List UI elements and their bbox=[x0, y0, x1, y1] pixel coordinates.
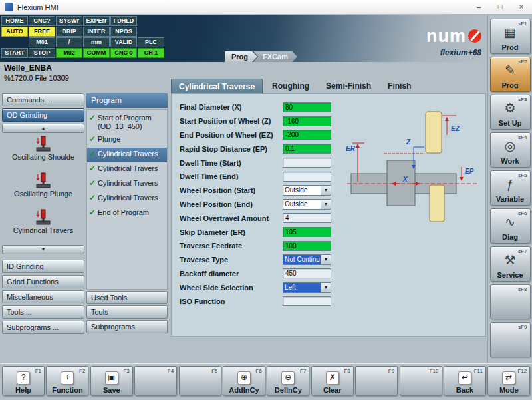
end-position-of-wheel-ez-input[interactable]: -200 bbox=[283, 130, 331, 140]
sidebar-item-grind-functions[interactable]: Grind Functions bbox=[2, 275, 84, 288]
softkey-service[interactable]: sF7⚒Service bbox=[490, 246, 531, 282]
status-stop: STOP bbox=[29, 48, 55, 58]
cycle-type-oscillating-plunge[interactable]: Oscillating Plunge bbox=[2, 172, 84, 206]
softkey-set-up[interactable]: sF3⚙Set Up bbox=[490, 95, 531, 130]
close-button[interactable]: × bbox=[511, 0, 532, 14]
form-row-traverse-type: Traverse TypeNot Continu▼ bbox=[180, 253, 331, 267]
minimize-button[interactable]: – bbox=[468, 0, 489, 14]
program-step[interactable]: ✓Cylindrical Travers bbox=[87, 177, 167, 192]
traverse-type-select[interactable]: Not Continu▼ bbox=[283, 254, 331, 265]
program-step-label: Cylindrical Travers bbox=[98, 194, 166, 202]
traverse-feedrate-input[interactable]: 100 bbox=[283, 241, 331, 251]
workpiece-flange bbox=[387, 160, 415, 206]
form-row-iso-function: ISO Function bbox=[180, 294, 331, 308]
backoff-diameter-input[interactable]: 450 bbox=[283, 268, 331, 278]
fkey-mode[interactable]: F12⇄Mode bbox=[487, 366, 530, 396]
dropdown-arrow-icon[interactable]: ▼ bbox=[321, 283, 331, 292]
softkey-prog[interactable]: sF2✎Prog bbox=[490, 57, 531, 92]
dropdown-arrow-icon[interactable]: ▼ bbox=[321, 255, 331, 264]
fkey-addincy[interactable]: F6⊕AddInCy bbox=[223, 366, 265, 396]
fkey-f10[interactable]: F10 bbox=[400, 366, 442, 396]
dwell-time-start-input[interactable] bbox=[283, 158, 331, 168]
softkey-label: Prod bbox=[491, 43, 530, 51]
breadcrumb: Prog FXCam bbox=[225, 51, 297, 62]
sidebar-item-id-grinding[interactable]: ID Grinding bbox=[2, 260, 84, 273]
diagnostics-wave-icon: ∿ bbox=[491, 214, 530, 230]
softkey-diag[interactable]: sF6∿Diag bbox=[490, 208, 531, 244]
softkey-work[interactable]: sF4◎Work bbox=[490, 132, 531, 168]
sidebar-item-subprograms[interactable]: Subprograms bbox=[86, 320, 168, 333]
left-sidebar: Commands ...OD Grinding▲Oscillating Shou… bbox=[2, 93, 84, 334]
grinding-cycle-icon bbox=[2, 136, 84, 153]
softkey-number: sF9 bbox=[518, 324, 527, 330]
program-step[interactable]: ✓Cylindrical Travers bbox=[87, 192, 167, 206]
program-step[interactable]: ✓Start of Program(OD_13_450) bbox=[87, 112, 167, 133]
program-step[interactable]: ✓End of Program bbox=[87, 206, 167, 221]
breadcrumb-prog[interactable]: Prog bbox=[225, 51, 257, 62]
production-icon: ▦ bbox=[491, 25, 530, 40]
program-step-label: Start of Program(OD_13_450) bbox=[98, 114, 166, 131]
sidebar-item-tools[interactable]: Tools ... bbox=[2, 305, 84, 319]
fkey-help[interactable]: F1?Help bbox=[2, 366, 45, 396]
fkey-number: F6 bbox=[256, 368, 262, 374]
sidebar-item-od-grinding[interactable]: OD Grinding bbox=[2, 108, 84, 122]
fkey-number: F11 bbox=[474, 368, 483, 374]
tab-semi-finish[interactable]: Semi-Finish bbox=[319, 79, 378, 93]
softkey-sf9[interactable]: sF9 bbox=[490, 322, 531, 357]
program-step[interactable]: ✓Plunge bbox=[87, 133, 167, 148]
status-mm: mm bbox=[83, 37, 110, 47]
sidebar-item-miscellaneous[interactable]: Miscellaneous bbox=[2, 290, 84, 303]
status-valid: VALID bbox=[110, 37, 137, 47]
start-position-of-wheel-z-input[interactable]: -160 bbox=[283, 116, 331, 126]
wheel-position-start-select[interactable]: Outside▼ bbox=[283, 185, 331, 196]
tab-roughing[interactable]: Roughing bbox=[265, 79, 317, 93]
sidebar-item-used-tools[interactable]: Used Tools bbox=[86, 291, 168, 304]
sidebar-item-commands[interactable]: Commands ... bbox=[2, 93, 84, 106]
dropdown-arrow-icon[interactable]: ▼ bbox=[321, 200, 331, 209]
step-title: Cylindrical Travers bbox=[98, 164, 166, 173]
fkey-function[interactable]: F2+Function bbox=[46, 366, 88, 396]
program-step[interactable]: ✓Cylindrical Travers bbox=[87, 162, 167, 177]
fkey-f9[interactable]: F9 bbox=[355, 366, 398, 396]
dwell-time-end-input[interactable] bbox=[283, 172, 331, 182]
sidebar-item-subprograms[interactable]: Subprograms ... bbox=[2, 321, 84, 334]
maximize-button[interactable]: □ bbox=[489, 0, 511, 14]
fkey-back[interactable]: F11↩Back bbox=[444, 366, 486, 396]
softkey-sf8[interactable]: sF8 bbox=[490, 284, 531, 319]
cycle-type-oscillating-shoulde[interactable]: Oscillating Shoulde bbox=[2, 135, 84, 170]
grinding-wheel-top bbox=[426, 112, 442, 153]
softkey-prod[interactable]: sF1▦Prod bbox=[490, 19, 531, 54]
diagram-label-ep: EP bbox=[465, 168, 474, 175]
scroll-up-button[interactable]: ▲ bbox=[2, 124, 84, 133]
form-row-wheel-position-end: Wheel Position (End)Outside▼ bbox=[180, 198, 331, 212]
select-value: Outside bbox=[283, 200, 321, 209]
fkey-f5[interactable]: F5 bbox=[179, 366, 221, 396]
wheel-side-selection-select[interactable]: Left▼ bbox=[283, 282, 331, 293]
fkey-f4[interactable]: F4 bbox=[134, 366, 177, 396]
fkey-number: F12 bbox=[518, 368, 527, 374]
wheel-overtravel-amount-input[interactable]: 4 bbox=[283, 213, 331, 223]
cycle-type-cylindrical-travers[interactable]: Cylindrical Travers bbox=[2, 208, 84, 243]
tab-finish[interactable]: Finish bbox=[380, 79, 418, 93]
softkey-variable[interactable]: sF5ƒVariable bbox=[490, 170, 531, 206]
dropdown-arrow-icon[interactable]: ▼ bbox=[321, 186, 331, 195]
final-diameter-x-input[interactable]: 80 bbox=[283, 102, 331, 112]
program-step[interactable]: ✓Cylindrical Travers bbox=[87, 148, 167, 162]
iso-function-input[interactable] bbox=[283, 296, 331, 306]
form-row-start-position-of-wheel-z: Start Position of Wheel (Z)-160 bbox=[180, 114, 331, 128]
cycle-type-label: Oscillating Shoulde bbox=[2, 153, 84, 161]
check-icon: ✓ bbox=[89, 135, 96, 143]
scroll-down-button[interactable]: ▼ bbox=[2, 245, 84, 254]
fkey-delincy[interactable]: F7⊖DelInCy bbox=[267, 366, 309, 396]
diagram-label-x: X bbox=[402, 176, 408, 183]
fkey-save[interactable]: F3▣Save bbox=[90, 366, 133, 396]
wheel-position-end-select[interactable]: Outside▼ bbox=[283, 199, 331, 210]
breadcrumb-fxcam[interactable]: FXCam bbox=[253, 51, 297, 62]
sidebar-item-tools[interactable]: Tools bbox=[86, 305, 168, 319]
form-row-skip-diameter-er: Skip Diameter (ER)105 bbox=[180, 225, 331, 239]
skip-diameter-er-input[interactable]: 105 bbox=[283, 227, 331, 237]
rapid-stop-distance-ep-input[interactable]: 0.1 bbox=[283, 144, 331, 154]
fkey-clear[interactable]: F8✗Clear bbox=[311, 366, 354, 396]
form-row-end-position-of-wheel-ez: End Position of Wheel (EZ)-200 bbox=[180, 128, 331, 142]
tab-cylindrical-traverse[interactable]: Cylindrical Traverse bbox=[171, 79, 263, 93]
